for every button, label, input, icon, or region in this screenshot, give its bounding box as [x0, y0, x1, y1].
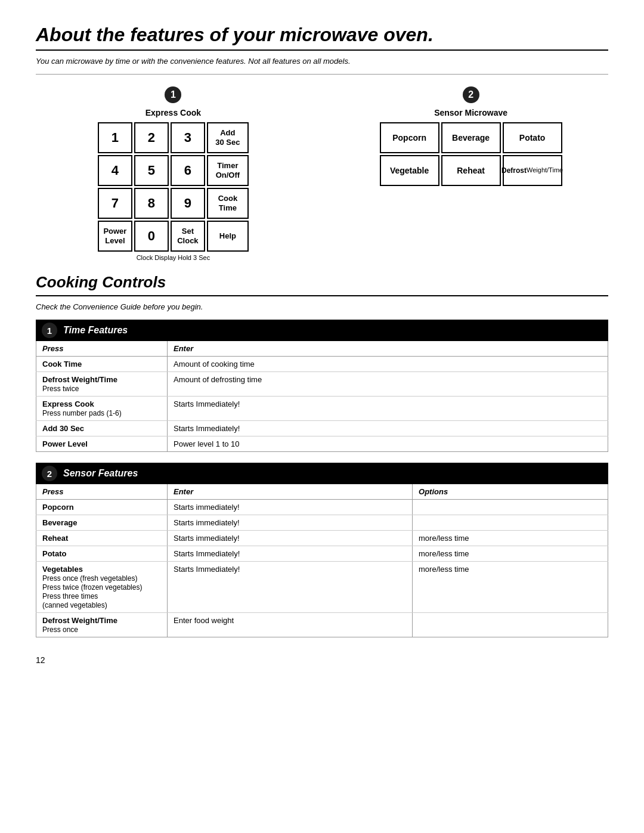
sensor-microwave-section: 2 Sensor Microwave Popcorn Beverage Pota… [333, 86, 608, 261]
press-cell: Defrost Weight/TimePress once [36, 613, 168, 637]
key-9[interactable]: 9 [171, 188, 205, 219]
press-cell: Cook Time [36, 357, 168, 372]
sensor-features-header: 2 Sensor Features [36, 463, 608, 484]
time-col-enter: Enter [168, 341, 608, 357]
press-cell: Express CookPress number pads (1-6) [36, 397, 168, 421]
sensor-features-title: Sensor Features [63, 468, 138, 479]
time-features-header: 1 Time Features [36, 320, 608, 341]
press-cell: Defrost Weight/TimePress twice [36, 372, 168, 397]
enter-cell: Starts Immediately! [168, 546, 413, 562]
key-timer-onoff[interactable]: TimerOn/Off [207, 155, 249, 186]
enter-cell: Starts immediately! [168, 500, 413, 515]
time-features-title: Time Features [63, 325, 128, 336]
table-row: Defrost Weight/TimePress onceEnter food … [36, 613, 608, 637]
key-4[interactable]: 4 [98, 155, 132, 186]
clock-note: Clock Display Hold 3 Sec [137, 254, 210, 261]
sensor-vegetable[interactable]: Vegetable [380, 155, 439, 186]
sensor-buttons: Popcorn Beverage Potato Vegetable Reheat… [380, 122, 562, 186]
sensor-col-press: Press [36, 484, 168, 500]
options-cell [413, 515, 608, 531]
sensor-popcorn[interactable]: Popcorn [380, 122, 439, 153]
time-badge: 1 [42, 323, 57, 338]
key-add-30-sec[interactable]: Add30 Sec [207, 122, 249, 153]
key-3[interactable]: 3 [171, 122, 205, 153]
time-col-press: Press [36, 341, 168, 357]
press-cell: VegetablesPress once (fresh vegetables)P… [36, 562, 168, 613]
enter-cell: Starts Immediately! [168, 397, 608, 421]
options-cell [413, 613, 608, 637]
table-row: Express CookPress number pads (1-6)Start… [36, 397, 608, 421]
keypad-grid: 1 2 3 4 5 6 7 8 9 PowerLevel 0 SetClock [98, 122, 249, 252]
express-cook-label: Express Cook [145, 108, 201, 117]
right-function-keys: Add30 Sec TimerOn/Off CookTime Help [207, 122, 249, 252]
press-cell: Power Level [36, 436, 168, 452]
sensor-reheat[interactable]: Reheat [441, 155, 501, 186]
key-8[interactable]: 8 [134, 188, 169, 219]
main-divider [36, 49, 608, 51]
time-features-table: Press Enter Cook TimeAmount of cooking t… [36, 341, 608, 452]
table-row: VegetablesPress once (fresh vegetables)P… [36, 562, 608, 613]
sensor-badge: 2 [42, 466, 57, 481]
thin-divider [36, 74, 608, 75]
check-note: Check the Convenience Guide before you b… [36, 302, 608, 311]
table-row: PopcornStarts immediately! [36, 500, 608, 515]
table-row: Power LevelPower level 1 to 10 [36, 436, 608, 452]
key-set-clock[interactable]: SetClock [171, 221, 205, 252]
press-cell: Potato [36, 546, 168, 562]
cooking-divider [36, 295, 608, 296]
enter-cell: Amount of defrosting time [168, 372, 608, 397]
enter-cell: Starts immediately! [168, 531, 413, 546]
number-keys: 1 2 3 4 5 6 7 8 9 PowerLevel 0 SetClock [98, 122, 205, 252]
cooking-controls-title: Cooking Controls [36, 273, 608, 292]
enter-cell: Enter food weight [168, 613, 413, 637]
table-row: ReheatStarts immediately!more/less time [36, 531, 608, 546]
table-row: BeverageStarts immediately! [36, 515, 608, 531]
enter-cell: Starts Immediately! [168, 421, 608, 436]
key-6[interactable]: 6 [171, 155, 205, 186]
options-cell: more/less time [413, 562, 608, 613]
key-0[interactable]: 0 [134, 221, 169, 252]
enter-cell: Starts immediately! [168, 515, 413, 531]
sensor-defrost[interactable]: DefrostWeight/Time [503, 155, 562, 186]
sensor-features-block: 2 Sensor Features Press Enter Options Po… [36, 463, 608, 637]
options-cell: more/less time [413, 531, 608, 546]
sensor-col-options: Options [413, 484, 608, 500]
badge-1: 1 [165, 86, 181, 103]
sensor-features-table: Press Enter Options PopcornStarts immedi… [36, 484, 608, 637]
subtitle: You can microwave by time or with the co… [36, 57, 608, 66]
key-1[interactable]: 1 [98, 122, 132, 153]
options-cell [413, 500, 608, 515]
main-title: About the features of your microwave ove… [36, 24, 608, 46]
press-cell: Popcorn [36, 500, 168, 515]
table-row: Add 30 SecStarts Immediately! [36, 421, 608, 436]
table-row: PotatoStarts Immediately!more/less time [36, 546, 608, 562]
key-power-level[interactable]: PowerLevel [98, 221, 132, 252]
key-5[interactable]: 5 [134, 155, 169, 186]
time-features-block: 1 Time Features Press Enter Cook TimeAmo… [36, 320, 608, 452]
key-7[interactable]: 7 [98, 188, 132, 219]
press-cell: Add 30 Sec [36, 421, 168, 436]
sensor-beverage[interactable]: Beverage [441, 122, 501, 153]
express-cook-section: 1 Express Cook 1 2 3 4 5 6 7 8 9 PowerLe… [36, 86, 311, 261]
table-row: Cook TimeAmount of cooking time [36, 357, 608, 372]
page-number: 12 [36, 655, 608, 665]
options-cell: more/less time [413, 546, 608, 562]
press-cell: Reheat [36, 531, 168, 546]
enter-cell: Amount of cooking time [168, 357, 608, 372]
press-cell: Beverage [36, 515, 168, 531]
key-2[interactable]: 2 [134, 122, 169, 153]
keypad-section: 1 Express Cook 1 2 3 4 5 6 7 8 9 PowerLe… [36, 86, 608, 261]
table-row: Defrost Weight/TimePress twiceAmount of … [36, 372, 608, 397]
key-cook-time[interactable]: CookTime [207, 188, 249, 219]
badge-2: 2 [463, 86, 479, 103]
sensor-potato[interactable]: Potato [503, 122, 562, 153]
key-help[interactable]: Help [207, 221, 249, 252]
enter-cell: Power level 1 to 10 [168, 436, 608, 452]
enter-cell: Starts Immediately! [168, 562, 413, 613]
sensor-col-enter: Enter [168, 484, 413, 500]
sensor-microwave-label: Sensor Microwave [434, 108, 507, 117]
